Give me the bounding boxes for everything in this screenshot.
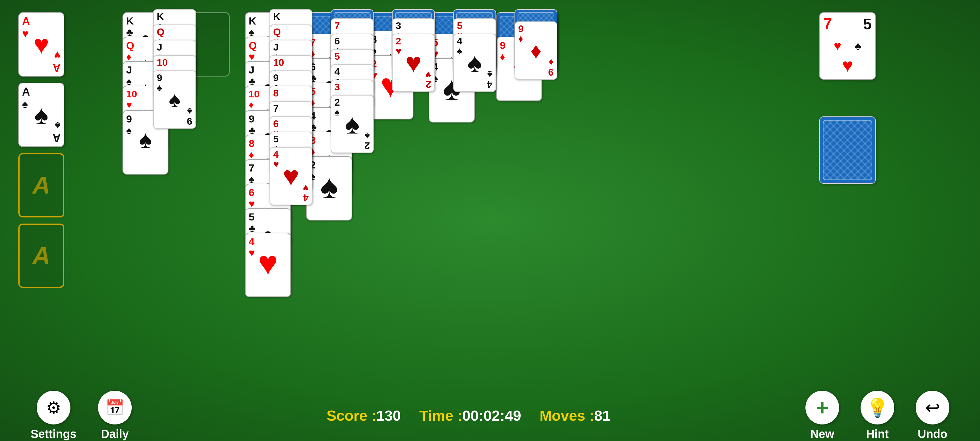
ace-hearts-pile[interactable]: A♥ ♥ A♥ — [18, 12, 64, 76]
time-stat: Time :00:02:49 — [419, 407, 521, 424]
tableau-col-7[interactable]: 9♦ ♦ 9♦ — [514, 9, 557, 67]
daily-label: Daily — [101, 428, 129, 441]
ace-spades-pile[interactable]: A♠ ♠ A♠ — [18, 83, 64, 147]
new-label: New — [810, 428, 834, 441]
new-btn[interactable]: + New — [805, 391, 839, 441]
hint-btn[interactable]: 💡 Hint — [861, 391, 894, 441]
stock-pile-card[interactable] — [819, 116, 876, 184]
score-stat: Score :130 — [326, 407, 401, 424]
daily-icon: 📅 — [98, 391, 132, 425]
empty-foundation-1[interactable]: A — [18, 153, 64, 217]
undo-icon: ↩ — [916, 391, 950, 425]
settings-btn[interactable]: ⚙ Settings — [30, 391, 76, 441]
undo-btn[interactable]: ↩ Undo — [916, 391, 950, 441]
hint-label: Hint — [866, 428, 889, 441]
daily-btn[interactable]: 📅 Daily — [98, 391, 132, 441]
bottom-bar-main: ⚙ Settings 📅 Daily Score :130 Time :00:0… — [0, 390, 980, 441]
settings-icon: ⚙ — [37, 391, 70, 425]
undo-label: Undo — [918, 428, 947, 441]
card-4-hearts[interactable]: 4♥ ♥ — [245, 233, 291, 297]
moves-stat: Moves :81 — [539, 407, 611, 424]
waste-cards-display[interactable]: 7 5 ♥ ♠ ♥ — [819, 12, 876, 80]
new-icon: + — [805, 391, 839, 425]
game-stats: Score :130 Time :00:02:49 Moves :81 — [326, 407, 611, 424]
hint-icon: 💡 — [861, 391, 894, 425]
card-2-spades[interactable]: 2♠ ♠ — [306, 156, 352, 221]
empty-foundation-2[interactable]: A — [18, 224, 64, 288]
settings-label: Settings — [30, 428, 76, 441]
